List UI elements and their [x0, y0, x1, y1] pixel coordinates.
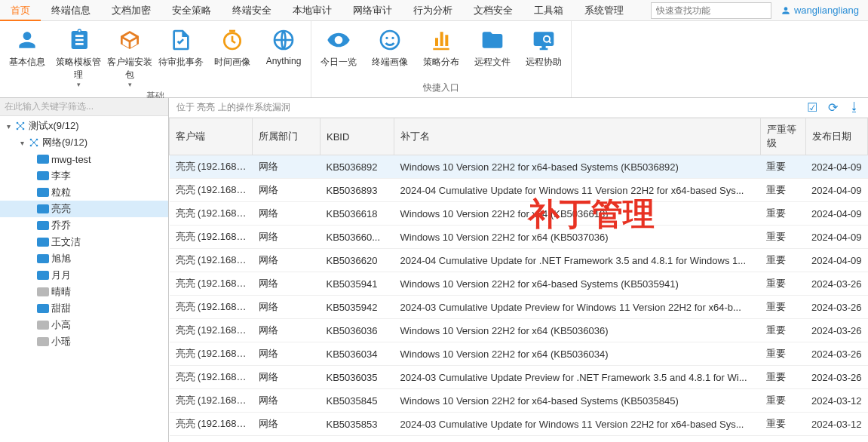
- menu-item-9[interactable]: 工具箱: [523, 0, 574, 21]
- search-input[interactable]: [651, 2, 771, 19]
- tree-client-node[interactable]: 王文洁: [0, 234, 168, 250]
- cell-kbid: KB5036035: [321, 366, 394, 389]
- remote-file-button[interactable]: 远程文件: [470, 24, 515, 80]
- remote-assist-button[interactable]: 远程协助: [521, 24, 566, 80]
- table-row[interactable]: 亮亮 (192.168.3...网络KB50358532024-03 Cumul…: [170, 413, 868, 436]
- menu-item-2[interactable]: 文档加密: [101, 0, 161, 21]
- expander-icon[interactable]: ▾: [3, 122, 14, 130]
- menu-item-3[interactable]: 安全策略: [161, 0, 222, 21]
- sitemap-icon: [27, 137, 41, 149]
- refresh-icon[interactable]: ⟳: [828, 100, 838, 115]
- column-header[interactable]: 所属部门: [253, 118, 321, 155]
- terminal-portrait-button[interactable]: 终端画像: [367, 24, 413, 80]
- today-overview-button[interactable]: 今日一览: [316, 24, 361, 80]
- cell-name: Windows 10 Version 22H2 for x64-based Sy…: [394, 389, 761, 413]
- tree-client-node[interactable]: 晴晴: [0, 284, 168, 300]
- tree-client-node[interactable]: 乔乔: [0, 217, 168, 234]
- tree-client-node[interactable]: 旭旭: [0, 250, 168, 267]
- table-row[interactable]: 亮亮 (192.168.3...网络KB50366202024-04 Cumul…: [170, 249, 868, 272]
- column-header[interactable]: KBID: [321, 118, 394, 155]
- tree-node-label: 王文洁: [50, 235, 81, 249]
- ribbon-btn-label: 今日一览: [321, 56, 357, 69]
- menu-item-0[interactable]: 首页: [0, 0, 41, 21]
- tree-client-node[interactable]: mwg-test: [0, 151, 168, 167]
- cell-sev: 重要: [760, 413, 805, 436]
- column-header[interactable]: 客户端: [170, 118, 253, 155]
- cell-date: 2024-04-09: [805, 249, 868, 272]
- column-header[interactable]: 严重等级: [760, 118, 805, 155]
- ribbon-btn-label: 远程文件: [474, 56, 511, 69]
- table-row[interactable]: 亮亮 (192.168.3...网络KB5036034Windows 10 Ve…: [170, 342, 868, 366]
- policy-template-button[interactable]: 策略模板管理▾: [56, 24, 101, 88]
- column-header[interactable]: 发布日期: [805, 118, 868, 155]
- cell-client: 亮亮 (192.168.3...: [170, 319, 253, 342]
- ribbon-btn-label: 待审批事务: [158, 56, 204, 69]
- basic-info-button[interactable]: 基本信息: [5, 24, 50, 88]
- tree-client-node[interactable]: 月月: [0, 267, 168, 284]
- cell-dept: 网络: [253, 249, 321, 272]
- tree-client-node[interactable]: 亮亮: [0, 201, 168, 217]
- ribbon-btn-label: 客户端安装包: [107, 56, 152, 81]
- cell-sev: 重要: [760, 366, 805, 389]
- client-install-button[interactable]: 客户端安装包▾: [107, 24, 152, 88]
- check-all-icon[interactable]: ☑: [807, 100, 817, 115]
- top-menubar: 首页终端信息文档加密安全策略终端安全本地审计网络审计行为分析文档安全工具箱系统管…: [0, 0, 868, 21]
- cell-dept: 网络: [253, 342, 321, 366]
- cell-dept: 网络: [253, 179, 321, 202]
- tree-client-node[interactable]: 甜甜: [0, 300, 168, 317]
- tree-node-label: 李李: [50, 169, 71, 183]
- table-row[interactable]: 亮亮 (192.168.3...网络KB5036618Windows 10 Ve…: [170, 202, 868, 226]
- anything-button[interactable]: Anything: [261, 24, 306, 88]
- cell-date: 2024-03-26: [805, 342, 868, 366]
- cell-kbid: KB5035845: [321, 389, 394, 413]
- chevron-down-icon: ▾: [128, 81, 132, 88]
- menu-item-4[interactable]: 终端安全: [222, 0, 282, 21]
- tree-client-node[interactable]: 小瑶: [0, 333, 168, 350]
- tree-client-node[interactable]: 粒粒: [0, 184, 168, 201]
- menu-item-8[interactable]: 文档安全: [463, 0, 523, 21]
- clipboard-icon: [66, 27, 91, 53]
- cell-dept: 网络: [253, 413, 321, 436]
- menu-item-10[interactable]: 系统管理: [574, 0, 634, 21]
- table-row[interactable]: 亮亮 (192.168.3...网络KB503660...Windows 10 …: [170, 226, 868, 249]
- tree-group-node[interactable]: ▾网络(9/12): [0, 134, 168, 151]
- table-row[interactable]: 亮亮 (192.168.3...网络KB5035845Windows 10 Ve…: [170, 389, 868, 413]
- tree-client-node[interactable]: 李李: [0, 167, 168, 184]
- table-row[interactable]: 亮亮 (192.168.3...网络KB50359422024-03 Cumul…: [170, 296, 868, 319]
- download-icon[interactable]: ⭳: [848, 100, 860, 115]
- main-area: 在此输入关键字筛选... ▾测试x(9/12)▾网络(9/12)mwg-test…: [0, 98, 868, 442]
- tree-client-node[interactable]: 小高: [0, 317, 168, 333]
- table-row[interactable]: 亮亮 (192.168.3...网络KB5035941Windows 10 Ve…: [170, 272, 868, 296]
- client-tree: ▾测试x(9/12)▾网络(9/12)mwg-test李李粒粒亮亮乔乔王文洁旭旭…: [0, 116, 168, 442]
- cell-name: 2024-03 Cumulative Update Preview for Wi…: [394, 296, 761, 319]
- policy-dist-button[interactable]: 策略分布: [419, 24, 464, 80]
- menu-item-7[interactable]: 行为分析: [403, 0, 463, 21]
- tree-node-label: 乔乔: [50, 219, 71, 232]
- svg-point-2: [381, 31, 399, 49]
- cell-name: Windows 10 Version 22H2 for x64-based Sy…: [394, 155, 761, 179]
- menu-item-6[interactable]: 网络审计: [342, 0, 403, 21]
- table-row[interactable]: 亮亮 (192.168.3...网络KB5036036Windows 10 Ve…: [170, 319, 868, 342]
- table-row[interactable]: 亮亮 (192.168.3...网络KB50360352024-03 Cumul…: [170, 366, 868, 389]
- menu-item-5[interactable]: 本地审计: [282, 0, 342, 21]
- tree-filter-input[interactable]: 在此输入关键字筛选...: [0, 98, 168, 116]
- pending-approval-button[interactable]: 待审批事务: [158, 24, 204, 88]
- time-image-button[interactable]: 时间画像: [210, 24, 255, 88]
- table-row[interactable]: 亮亮 (192.168.3...网络KB50368932024-04 Cumul…: [170, 179, 868, 202]
- user-indicator[interactable]: wangliangliang: [781, 5, 859, 16]
- menu-item-1[interactable]: 终端信息: [41, 0, 101, 21]
- monitor-icon: [36, 287, 50, 296]
- tree-node-label: 网络(9/12): [41, 136, 87, 149]
- screen-icon: [531, 27, 557, 53]
- monitor-icon: [36, 321, 50, 330]
- tree-node-label: 粒粒: [50, 186, 71, 199]
- cell-sev: 重要: [760, 436, 805, 443]
- expander-icon[interactable]: ▾: [17, 139, 27, 147]
- table-row[interactable]: 亮亮 (192.168.3...网络KB5034843Windows 10 Ve…: [170, 436, 868, 443]
- ribbon-btn-label: 远程协助: [526, 56, 562, 69]
- column-header[interactable]: 补丁名: [394, 118, 761, 155]
- table-row[interactable]: 亮亮 (192.168.3...网络KB5036892Windows 10 Ve…: [170, 155, 868, 179]
- tree-group-node[interactable]: ▾测试x(9/12): [0, 118, 168, 134]
- tree-node-label: 甜甜: [50, 302, 71, 315]
- ribbon-btn-label: Anything: [266, 56, 302, 66]
